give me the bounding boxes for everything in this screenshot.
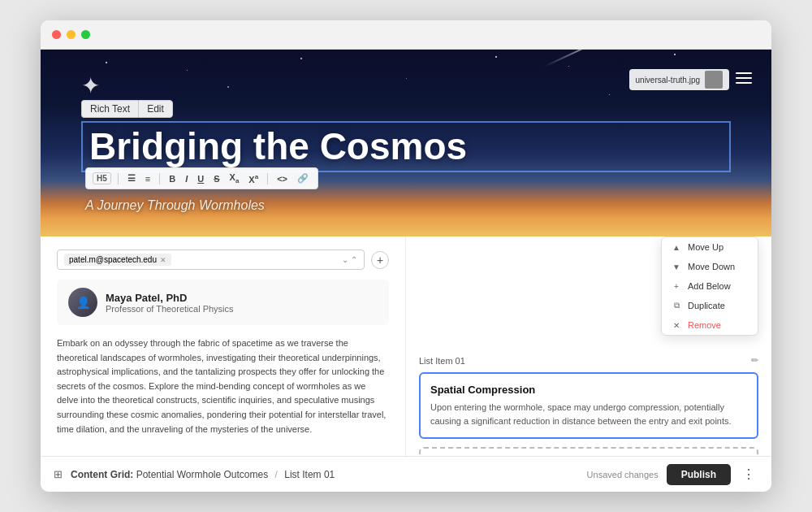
breadcrumb: Content Grid: Potential Wormhole Outcome… (71, 469, 579, 480)
edit-tabs: Rich Text Edit (81, 100, 173, 118)
remove-email-btn[interactable]: ✕ (160, 256, 166, 264)
add-below-icon: + (672, 282, 681, 291)
avatar: 👤 (68, 288, 97, 317)
author-input[interactable]: patel.m@spacetech.edu ✕ ⌄ ⌃ (57, 249, 365, 270)
add-author-btn[interactable]: + (371, 251, 389, 269)
strikethrough-btn[interactable]: S (211, 173, 222, 184)
author-name: Maya Patel, PhD (106, 292, 234, 304)
align-left-btn[interactable]: ☰ (125, 172, 138, 184)
bottom-bar: ⊞ Content Grid: Potential Wormhole Outco… (41, 456, 771, 492)
code-btn[interactable]: <> (274, 173, 290, 184)
traffic-light-yellow[interactable] (67, 30, 76, 39)
card-title-1: Spatial Compression (430, 384, 747, 396)
italic-btn[interactable]: I (183, 173, 190, 184)
superscript-btn[interactable]: Xa (246, 172, 261, 185)
list-label: List Item 01 (419, 356, 465, 366)
publish-button[interactable]: Publish (667, 464, 731, 485)
move-down-icon: ▼ (672, 263, 681, 271)
left-column: patel.m@spacetech.edu ✕ ⌄ ⌃ + 👤 Maya Pat… (41, 236, 406, 456)
traffic-light-green[interactable] (81, 30, 90, 39)
right-column: ▲ Move Up ▼ Move Down + Add Below ⧉ Dupl… (406, 236, 771, 456)
chevron-icon: ⌄ ⌃ (342, 255, 357, 264)
email-tag: patel.m@spacetech.edu ✕ (64, 254, 171, 266)
breadcrumb-label: Content Grid: (71, 469, 133, 480)
list-edit-icon[interactable]: ✏ (751, 355, 758, 366)
author-role: Professor of Theoretical Physics (106, 304, 234, 314)
tab-edit[interactable]: Edit (138, 100, 173, 118)
ctx-move-up[interactable]: ▲ Move Up (662, 237, 758, 257)
toolbar-separator-1 (118, 173, 119, 184)
ctx-duplicate-label: Duplicate (688, 301, 725, 310)
tab-richtext[interactable]: Rich Text (81, 100, 138, 118)
content-area: patel.m@spacetech.edu ✕ ⌄ ⌃ + 👤 Maya Pat… (41, 236, 771, 456)
move-up-icon: ▲ (672, 243, 681, 252)
author-selector: patel.m@spacetech.edu ✕ ⌄ ⌃ + (57, 249, 389, 270)
list-section: List Item 01 ✏ Spatial Compression Upon … (419, 355, 758, 456)
body-text: Embark on an odyssey through the fabric … (57, 336, 389, 436)
card-temporal-dilation: Temporal Dilation Time dilation effects … (419, 447, 758, 456)
editor-area: ✦ universal-truth.jpg Rich Text Edit Bri… (41, 50, 771, 492)
ctx-move-down-label: Move Down (688, 262, 735, 271)
card-spatial-compression: Spatial Compression Upon entering the wo… (419, 372, 758, 439)
email-value: patel.m@spacetech.edu (69, 255, 157, 264)
link-btn[interactable]: 🔗 (295, 172, 311, 184)
remove-icon: ✕ (672, 321, 681, 330)
duplicate-icon: ⧉ (672, 301, 681, 310)
ctx-move-down[interactable]: ▼ Move Down (662, 257, 758, 276)
toolbar-separator-2 (159, 173, 160, 184)
author-card: 👤 Maya Patel, PhD Professor of Theoretic… (57, 280, 389, 325)
unsaved-label: Unsaved changes (587, 470, 659, 479)
list-header: List Item 01 ✏ (419, 355, 758, 366)
align-center-btn[interactable]: ≡ (143, 173, 153, 184)
subscript-btn[interactable]: Xa (227, 171, 242, 185)
breadcrumb-separator: / (275, 469, 278, 480)
hero-section: ✦ universal-truth.jpg Rich Text Edit Bri… (41, 50, 771, 236)
browser-chrome (41, 20, 771, 50)
ctx-add-below-label: Add Below (688, 281, 731, 291)
ctx-remove[interactable]: ✕ Remove (662, 315, 758, 335)
context-menu: ▲ Move Up ▼ Move Down + Add Below ⧉ Dupl… (661, 236, 758, 336)
heading-selector[interactable]: H5 (93, 172, 111, 184)
hero-subtitle: A Journey Through Wormholes (85, 198, 265, 213)
hamburger-menu[interactable] (736, 72, 752, 84)
traffic-light-red[interactable] (52, 30, 61, 39)
file-thumbnail (705, 71, 723, 89)
bold-btn[interactable]: B (166, 173, 178, 184)
grid-icon: ⊞ (54, 468, 63, 480)
hero-title[interactable]: Bridging the Cosmos (81, 121, 731, 172)
ctx-move-up-label: Move Up (688, 242, 723, 252)
author-info: Maya Patel, PhD Professor of Theoretical… (106, 292, 234, 314)
breadcrumb-path: Potential Wormhole Outcomes (136, 469, 269, 480)
ctx-add-below[interactable]: + Add Below (662, 276, 758, 296)
card-body-1: Upon entering the wormhole, space may un… (430, 401, 747, 427)
ctx-duplicate[interactable]: ⧉ Duplicate (662, 296, 758, 315)
ctx-remove-label: Remove (688, 320, 721, 330)
file-tag[interactable]: universal-truth.jpg (629, 69, 729, 90)
format-toolbar: H5 ☰ ≡ B I U S Xa Xa <> 🔗 (85, 167, 318, 189)
underline-btn[interactable]: U (195, 173, 206, 184)
more-options-btn[interactable]: ⋮ (739, 466, 758, 482)
star-logo: ✦ (81, 72, 100, 99)
breadcrumb-item: List Item 01 (284, 469, 335, 480)
toolbar-separator-3 (267, 173, 268, 184)
browser-window: ✦ universal-truth.jpg Rich Text Edit Bri… (41, 20, 771, 492)
file-tag-name: universal-truth.jpg (636, 76, 700, 85)
